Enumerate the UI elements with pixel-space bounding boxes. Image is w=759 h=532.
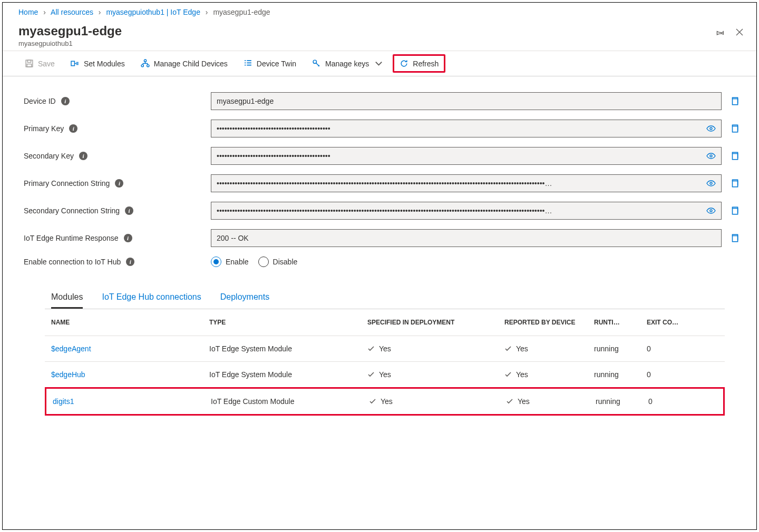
info-icon[interactable]: i [79,152,87,160]
copy-icon[interactable] [730,96,741,106]
col-runtime[interactable]: RUNTI… [594,319,647,326]
module-spec: Yes [367,370,504,379]
device-id-value: myasegpu1-edge [217,97,274,105]
svg-point-9 [710,127,712,130]
breadcrumb-home[interactable]: Home [18,8,38,16]
copy-icon[interactable] [730,151,741,161]
refresh-button[interactable]: Refresh [393,54,445,73]
svg-rect-8 [733,99,738,105]
save-label: Save [38,60,55,68]
table-row[interactable]: digits1IoT Edge Custom ModuleYesYesrunni… [45,387,725,416]
list-icon [244,59,252,68]
breadcrumb-all-resources[interactable]: All resources [51,8,93,16]
col-name[interactable]: NAME [51,319,209,326]
tab-connections[interactable]: IoT Edge Hub connections [102,292,201,309]
module-runtime: running [594,370,647,379]
module-link[interactable]: $edgeHub [51,370,209,379]
device-id-label: Device ID [24,97,56,105]
info-icon[interactable]: i [126,258,134,266]
info-icon[interactable]: i [125,206,133,215]
device-twin-button[interactable]: Device Twin [237,55,303,72]
check-icon [369,398,376,405]
module-exit: 0 [647,344,694,353]
close-icon[interactable] [735,28,744,37]
info-icon[interactable]: i [124,234,132,242]
set-modules-label: Set Modules [84,60,125,68]
col-reported[interactable]: REPORTED BY DEVICE [504,319,594,326]
info-icon[interactable]: i [61,97,70,105]
module-runtime: running [596,397,648,406]
runtime-field[interactable]: 200 -- OK [211,229,722,247]
enable-label: Enable connection to IoT Hub [24,258,121,266]
runtime-value: 200 -- OK [217,234,249,242]
enable-radio[interactable]: Enable [211,257,249,267]
tab-modules[interactable]: Modules [51,292,83,309]
manage-keys-button[interactable]: Manage keys [306,55,390,72]
device-twin-label: Device Twin [257,60,296,68]
primary-conn-field[interactable]: ••••••••••••••••••••••••••••••••••••••••… [211,174,722,192]
chevron-right-icon: › [206,8,208,16]
secondary-key-field[interactable]: ••••••••••••••••••••••••••••••••••••••••… [211,147,722,165]
eye-icon[interactable] [706,125,716,132]
module-reported: Yes [506,397,596,406]
enable-option-label: Enable [226,258,249,266]
eye-icon[interactable] [706,152,716,160]
svg-point-13 [710,182,712,184]
copy-icon[interactable] [730,124,741,133]
check-icon [367,345,375,352]
col-spec[interactable]: SPECIFIED IN DEPLOYMENT [367,319,504,326]
manage-keys-label: Manage keys [325,60,369,68]
refresh-icon [400,59,408,68]
col-type[interactable]: TYPE [209,319,367,326]
set-modules-button[interactable]: Set Modules [64,55,131,72]
svg-rect-2 [27,64,32,67]
check-icon [504,371,512,378]
svg-point-6 [147,65,149,67]
module-reported: Yes [504,370,594,379]
svg-rect-14 [733,181,738,187]
module-link[interactable]: $edgeAgent [51,344,209,353]
eye-icon[interactable] [706,207,716,214]
secondary-key-label: Secondary Key [24,152,74,160]
key-icon [312,59,321,68]
table-row[interactable]: $edgeHubIoT Edge System ModuleYesYesrunn… [45,362,725,388]
disable-option-label: Disable [273,258,298,266]
copy-icon[interactable] [730,233,741,243]
module-exit: 0 [647,370,694,379]
device-id-field[interactable]: myasegpu1-edge [211,92,722,110]
chevron-right-icon: › [43,8,46,16]
module-link[interactable]: digits1 [53,397,211,406]
module-spec: Yes [369,397,506,406]
toolbar: Save Set Modules Manage Child Devices De… [3,51,756,76]
set-modules-icon [71,59,80,68]
chevron-down-icon [374,59,383,68]
secondary-conn-value: ••••••••••••••••••••••••••••••••••••••••… [217,206,552,215]
manage-child-label: Manage Child Devices [154,60,228,68]
primary-key-value: ••••••••••••••••••••••••••••••••••••••••… [217,124,330,133]
info-icon[interactable]: i [69,124,77,133]
save-button: Save [18,55,61,72]
manage-child-devices-button[interactable]: Manage Child Devices [134,55,234,72]
hierarchy-icon [141,59,150,68]
runtime-label: IoT Edge Runtime Response [24,234,119,242]
pin-icon[interactable] [715,28,725,37]
module-type: IoT Edge System Module [209,370,367,379]
tab-deployments[interactable]: Deployments [220,292,269,309]
svg-rect-1 [27,60,31,62]
eye-icon[interactable] [706,180,716,187]
table-row[interactable]: $edgeAgentIoT Edge System ModuleYesYesru… [45,336,725,362]
disable-radio[interactable]: Disable [258,257,298,267]
breadcrumb: Home › All resources › myasegpuiothub1 |… [3,3,756,19]
breadcrumb-iothub[interactable]: myasegpuiothub1 | IoT Edge [106,8,200,16]
svg-point-11 [710,155,712,157]
primary-key-field[interactable]: ••••••••••••••••••••••••••••••••••••••••… [211,120,722,137]
breadcrumb-current: myasegpu1-edge [213,8,270,16]
refresh-label: Refresh [413,60,439,68]
secondary-conn-field[interactable]: ••••••••••••••••••••••••••••••••••••••••… [211,202,722,220]
copy-icon[interactable] [730,179,741,188]
info-icon[interactable]: i [115,179,123,188]
secondary-conn-label: Secondary Connection String [24,206,120,215]
save-icon [25,59,34,68]
col-exit[interactable]: EXIT CO… [647,319,694,326]
copy-icon[interactable] [730,206,741,215]
